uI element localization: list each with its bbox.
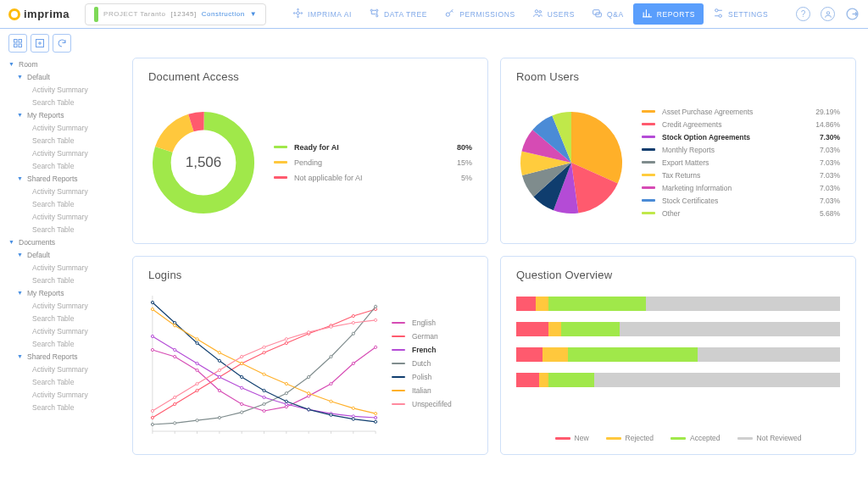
nav-q-a[interactable]: Q&A xyxy=(584,4,632,24)
svg-point-93 xyxy=(151,308,153,310)
project-selector[interactable]: PROJECT Taranto [12345] Construction ▼ xyxy=(85,3,266,25)
tree-item[interactable]: Activity Summary xyxy=(8,83,124,96)
profile-icon[interactable] xyxy=(821,7,835,21)
caret-down-icon: ▼ xyxy=(17,74,24,80)
document-access-legend: Ready for AI80%Pending15%Not applicable … xyxy=(274,143,472,182)
bar-segment xyxy=(536,297,548,311)
legend-label: Polish xyxy=(412,373,472,381)
svg-point-82 xyxy=(151,301,153,303)
nav-label: SETTINGS xyxy=(728,10,768,19)
legend-label: Stock Option Agreements xyxy=(662,133,799,141)
legend-item: New xyxy=(555,434,589,442)
bar-segment xyxy=(698,347,840,362)
bar-segment xyxy=(594,373,840,387)
tree-item-label: Activity Summary xyxy=(32,391,88,399)
nav-reports[interactable]: REPORTS xyxy=(633,3,704,25)
tree-item[interactable]: ▼Default xyxy=(8,70,124,83)
help-icon[interactable]: ? xyxy=(796,7,810,21)
tree-item[interactable]: Activity Summary xyxy=(8,210,124,223)
toolbar xyxy=(0,29,868,58)
brand-logo[interactable]: imprima xyxy=(8,8,70,20)
tree-item[interactable]: ▼Room xyxy=(8,58,124,70)
tree-item[interactable]: Activity Summary xyxy=(8,299,124,312)
tree-item[interactable]: Activity Summary xyxy=(8,121,124,134)
svg-point-87 xyxy=(263,389,265,391)
tree-item[interactable]: ▼My Reports xyxy=(8,286,124,299)
card-title: Room Users xyxy=(516,70,840,83)
swatch-icon xyxy=(642,212,655,214)
svg-point-47 xyxy=(352,362,354,364)
topbar: imprima PROJECT Taranto [12345] Construc… xyxy=(0,0,868,29)
tree-item[interactable]: Search Table xyxy=(8,312,124,324)
svg-point-102 xyxy=(352,407,354,409)
tree-item[interactable]: ▼Shared Reports xyxy=(8,172,124,185)
card-document-access: Document Access 1,506 Ready for AI80%Pen… xyxy=(132,58,488,244)
legend-item: Credit Agreements14.86% xyxy=(642,120,840,129)
stacked-bar-row xyxy=(516,297,840,311)
add-panel-button[interactable] xyxy=(31,34,49,53)
nav-permissions[interactable]: PERMISSIONS xyxy=(437,4,523,24)
tree-item-label: Activity Summary xyxy=(32,365,88,374)
tree-item[interactable]: Search Table xyxy=(8,159,124,172)
svg-point-7 xyxy=(376,15,378,17)
bar-segment xyxy=(548,322,561,336)
svg-point-99 xyxy=(285,382,287,385)
nav-label: IMPRIMA AI xyxy=(308,10,352,19)
legend-item: Stock Certificates7.03% xyxy=(642,197,840,205)
tree-item-label: Search Table xyxy=(32,276,74,285)
legend-label: Italian xyxy=(412,386,472,395)
bar-segment xyxy=(568,347,698,362)
tree-item[interactable]: Activity Summary xyxy=(8,363,124,375)
svg-point-73 xyxy=(196,419,198,422)
svg-point-72 xyxy=(174,422,176,424)
caret-down-icon: ▼ xyxy=(17,175,24,181)
svg-point-111 xyxy=(308,331,310,334)
nav-data-tree[interactable]: DATA TREE xyxy=(361,4,435,24)
tree-item[interactable]: Activity Summary xyxy=(8,185,124,197)
caret-down-icon: ▼ xyxy=(17,252,24,258)
card-title: Question Overview xyxy=(516,269,840,281)
legend-label: Pending xyxy=(294,158,431,167)
legend-item: Pending15% xyxy=(274,158,472,167)
tree-item[interactable]: Activity Summary xyxy=(8,147,124,159)
refresh-button[interactable] xyxy=(53,34,71,53)
bar-segment xyxy=(542,347,569,362)
tree-item[interactable]: Search Table xyxy=(8,134,124,147)
tree-item[interactable]: ▼Shared Reports xyxy=(8,350,124,363)
tree-item-label: Activity Summary xyxy=(32,327,88,336)
tree-item[interactable]: Search Table xyxy=(8,96,124,108)
caret-down-icon: ▼ xyxy=(8,61,15,67)
tree-item[interactable]: Search Table xyxy=(8,274,124,286)
swatch-icon xyxy=(274,176,287,179)
tree-item[interactable]: Search Table xyxy=(8,401,124,413)
tree-item[interactable]: ▼Documents xyxy=(8,236,124,248)
tree-item[interactable]: Search Table xyxy=(8,375,124,388)
tree-item[interactable]: Search Table xyxy=(8,197,124,210)
nav-imprima-ai[interactable]: IMPRIMA AI xyxy=(285,4,359,24)
bar-segment xyxy=(646,297,840,311)
bar-segment xyxy=(516,297,536,311)
tree-item[interactable]: Search Table xyxy=(8,223,124,236)
ai-icon xyxy=(292,8,303,20)
svg-point-5 xyxy=(370,9,372,11)
tree-item[interactable]: ▼My Reports xyxy=(8,108,124,121)
legend-item: Stock Option Agreements7.30% xyxy=(642,133,840,141)
legend-item: Polish xyxy=(392,373,472,381)
tree-item[interactable]: Activity Summary xyxy=(8,388,124,401)
svg-point-46 xyxy=(330,382,332,385)
tree-item[interactable]: Activity Summary xyxy=(8,324,124,337)
nav-settings[interactable]: SETTINGS xyxy=(705,4,776,24)
tree-item[interactable]: Activity Summary xyxy=(8,261,124,274)
legend-item: Ready for AI80% xyxy=(274,143,472,152)
tree-item[interactable]: Search Table xyxy=(8,337,124,350)
svg-point-14 xyxy=(719,14,721,17)
swatch-icon xyxy=(642,174,655,176)
legend-label: Tax Returns xyxy=(662,171,799,180)
logout-icon[interactable] xyxy=(845,7,860,21)
nav-users[interactable]: USERS xyxy=(525,4,582,24)
tree-item[interactable]: ▼Default xyxy=(8,248,124,261)
caret-down-icon: ▼ xyxy=(17,353,24,359)
project-name: PROJECT Taranto xyxy=(103,10,165,18)
grid-view-button[interactable] xyxy=(8,34,27,53)
stacked-bar-row xyxy=(516,373,840,387)
